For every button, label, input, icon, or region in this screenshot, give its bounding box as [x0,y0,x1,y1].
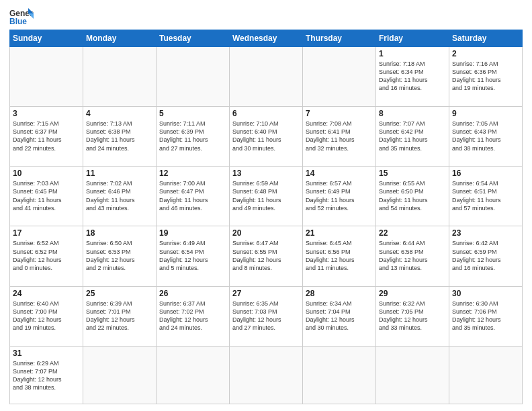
day-info: Sunrise: 7:02 AM Sunset: 6:46 PM Dayligh… [86,179,153,212]
calendar-cell: 31Sunrise: 6:29 AM Sunset: 7:07 PM Dayli… [10,346,83,404]
day-number: 6 [232,109,300,118]
week-row-3: 10Sunrise: 7:03 AM Sunset: 6:45 PM Dayli… [10,167,523,226]
day-info: Sunrise: 6:45 AM Sunset: 6:56 PM Dayligh… [306,239,373,272]
calendar-cell: 2Sunrise: 7:16 AM Sunset: 6:36 PM Daylig… [449,47,523,107]
day-number: 23 [452,228,519,238]
day-number: 27 [232,289,300,298]
calendar-cell [449,346,523,404]
calendar-cell: 8Sunrise: 7:07 AM Sunset: 6:42 PM Daylig… [376,107,449,167]
weekday-sunday: Sunday [10,30,83,47]
day-number: 30 [452,289,519,298]
calendar-cell: 18Sunrise: 6:50 AM Sunset: 6:53 PM Dayli… [83,226,157,286]
day-info: Sunrise: 6:44 AM Sunset: 6:58 PM Dayligh… [379,239,446,272]
day-info: Sunrise: 7:16 AM Sunset: 6:36 PM Dayligh… [452,60,519,93]
day-info: Sunrise: 6:42 AM Sunset: 6:59 PM Dayligh… [452,239,519,272]
calendar-cell: 5Sunrise: 7:11 AM Sunset: 6:39 PM Daylig… [157,107,230,167]
week-row-4: 17Sunrise: 6:52 AM Sunset: 6:52 PM Dayli… [10,226,523,286]
calendar-cell: 23Sunrise: 6:42 AM Sunset: 6:59 PM Dayli… [449,226,523,286]
day-info: Sunrise: 6:47 AM Sunset: 6:55 PM Dayligh… [232,239,300,272]
calendar-cell: 21Sunrise: 6:45 AM Sunset: 6:56 PM Dayli… [303,226,376,286]
day-number: 5 [159,109,226,118]
day-info: Sunrise: 6:55 AM Sunset: 6:50 PM Dayligh… [379,179,446,212]
calendar-cell: 29Sunrise: 6:32 AM Sunset: 7:05 PM Dayli… [376,286,449,346]
day-number: 26 [159,289,226,298]
day-number: 8 [379,109,446,118]
day-number: 29 [379,289,446,298]
calendar-cell [10,47,83,107]
calendar-cell: 17Sunrise: 6:52 AM Sunset: 6:52 PM Dayli… [10,226,83,286]
week-row-5: 24Sunrise: 6:40 AM Sunset: 7:00 PM Dayli… [10,286,523,346]
day-number: 9 [452,109,519,118]
calendar-cell [303,47,376,107]
calendar-cell: 1Sunrise: 7:18 AM Sunset: 6:34 PM Daylig… [376,47,449,107]
day-number: 24 [13,289,80,298]
weekday-header-row: SundayMondayTuesdayWednesdayThursdayFrid… [10,30,523,47]
calendar-cell: 10Sunrise: 7:03 AM Sunset: 6:45 PM Dayli… [10,167,83,226]
day-info: Sunrise: 6:40 AM Sunset: 7:00 PM Dayligh… [13,300,80,332]
generalblue-logo-icon: General Blue [9,7,34,26]
day-number: 7 [306,109,373,118]
day-number: 2 [452,49,519,58]
calendar-cell: 13Sunrise: 6:59 AM Sunset: 6:48 PM Dayli… [230,167,303,226]
day-number: 21 [306,228,373,238]
calendar-cell: 9Sunrise: 7:05 AM Sunset: 6:43 PM Daylig… [449,107,523,167]
calendar-cell: 25Sunrise: 6:39 AM Sunset: 7:01 PM Dayli… [83,286,157,346]
day-number: 22 [379,228,446,238]
day-number: 11 [86,169,153,178]
day-info: Sunrise: 6:50 AM Sunset: 6:53 PM Dayligh… [86,239,153,272]
calendar-cell [157,47,230,107]
day-number: 28 [306,289,373,298]
day-info: Sunrise: 6:35 AM Sunset: 7:03 PM Dayligh… [232,300,300,332]
day-info: Sunrise: 7:13 AM Sunset: 6:38 PM Dayligh… [86,120,153,152]
calendar-cell: 28Sunrise: 6:34 AM Sunset: 7:04 PM Dayli… [303,286,376,346]
day-info: Sunrise: 7:11 AM Sunset: 6:39 PM Dayligh… [159,120,226,152]
day-info: Sunrise: 7:15 AM Sunset: 6:37 PM Dayligh… [13,120,80,152]
day-number: 14 [306,169,373,178]
week-row-1: 1Sunrise: 7:18 AM Sunset: 6:34 PM Daylig… [10,47,523,107]
day-number: 4 [86,109,153,118]
day-number: 13 [232,169,300,178]
logo: General Blue [9,7,34,26]
day-number: 12 [159,169,226,178]
calendar-cell: 22Sunrise: 6:44 AM Sunset: 6:58 PM Dayli… [376,226,449,286]
weekday-wednesday: Wednesday [230,30,303,47]
day-number: 16 [452,169,519,178]
day-info: Sunrise: 6:59 AM Sunset: 6:48 PM Dayligh… [232,179,300,212]
day-number: 20 [232,228,300,238]
day-number: 19 [159,228,226,238]
calendar-cell: 24Sunrise: 6:40 AM Sunset: 7:00 PM Dayli… [10,286,83,346]
calendar-cell: 20Sunrise: 6:47 AM Sunset: 6:55 PM Dayli… [230,226,303,286]
day-number: 17 [13,228,80,238]
day-info: Sunrise: 7:03 AM Sunset: 6:45 PM Dayligh… [13,179,80,212]
calendar-cell: 14Sunrise: 6:57 AM Sunset: 6:49 PM Dayli… [303,167,376,226]
calendar-cell [83,346,157,404]
day-info: Sunrise: 6:34 AM Sunset: 7:04 PM Dayligh… [306,300,373,332]
week-row-2: 3Sunrise: 7:15 AM Sunset: 6:37 PM Daylig… [10,107,523,167]
day-info: Sunrise: 7:08 AM Sunset: 6:41 PM Dayligh… [306,120,373,152]
week-row-6: 31Sunrise: 6:29 AM Sunset: 7:07 PM Dayli… [10,346,523,404]
calendar-cell: 3Sunrise: 7:15 AM Sunset: 6:37 PM Daylig… [10,107,83,167]
svg-text:Blue: Blue [9,17,27,26]
weekday-saturday: Saturday [449,30,523,47]
day-number: 3 [13,109,80,118]
day-info: Sunrise: 6:29 AM Sunset: 7:07 PM Dayligh… [13,359,80,392]
day-info: Sunrise: 6:39 AM Sunset: 7:01 PM Dayligh… [86,300,153,332]
day-info: Sunrise: 7:05 AM Sunset: 6:43 PM Dayligh… [452,120,519,152]
day-info: Sunrise: 6:57 AM Sunset: 6:49 PM Dayligh… [306,179,373,212]
calendar-cell: 27Sunrise: 6:35 AM Sunset: 7:03 PM Dayli… [230,286,303,346]
calendar-table: SundayMondayTuesdayWednesdayThursdayFrid… [9,30,523,404]
calendar-cell [230,47,303,107]
day-number: 15 [379,169,446,178]
calendar-cell: 26Sunrise: 6:37 AM Sunset: 7:02 PM Dayli… [157,286,230,346]
day-info: Sunrise: 6:49 AM Sunset: 6:54 PM Dayligh… [159,239,226,272]
weekday-thursday: Thursday [303,30,376,47]
calendar-cell: 15Sunrise: 6:55 AM Sunset: 6:50 PM Dayli… [376,167,449,226]
day-info: Sunrise: 7:07 AM Sunset: 6:42 PM Dayligh… [379,120,446,152]
calendar-cell [230,346,303,404]
calendar-cell: 19Sunrise: 6:49 AM Sunset: 6:54 PM Dayli… [157,226,230,286]
day-info: Sunrise: 7:10 AM Sunset: 6:40 PM Dayligh… [232,120,300,152]
page: General Blue SundayMondayTuesdayWednesda… [0,0,532,411]
weekday-monday: Monday [83,30,157,47]
day-info: Sunrise: 6:54 AM Sunset: 6:51 PM Dayligh… [452,179,519,212]
calendar-cell: 7Sunrise: 7:08 AM Sunset: 6:41 PM Daylig… [303,107,376,167]
